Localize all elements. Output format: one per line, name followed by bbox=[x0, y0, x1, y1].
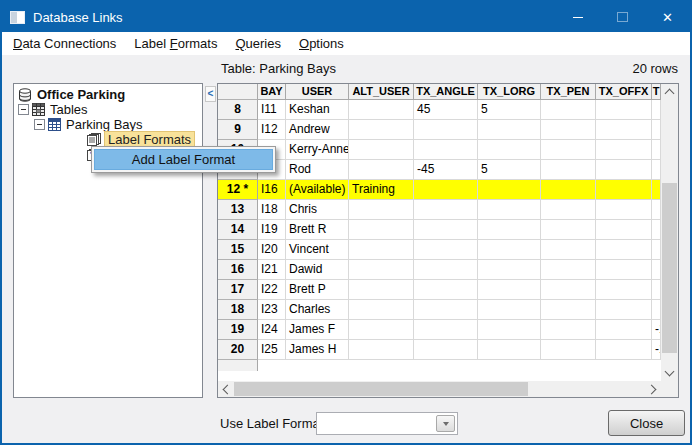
grid-cell[interactable]: James F bbox=[286, 320, 349, 340]
grid-cell[interactable] bbox=[349, 120, 414, 140]
grid-cell[interactable] bbox=[414, 120, 478, 140]
grid-cell[interactable] bbox=[349, 140, 414, 160]
grid-cell[interactable] bbox=[478, 140, 541, 160]
grid-cell[interactable]: I22 bbox=[258, 280, 286, 300]
grid-cell[interactable] bbox=[349, 200, 414, 220]
tree-node-tables[interactable]: Tables bbox=[18, 102, 88, 117]
grid-cell[interactable] bbox=[414, 220, 478, 240]
table-row[interactable]: 17I22Brett P bbox=[218, 280, 661, 300]
grid-cell[interactable]: 45 bbox=[414, 100, 478, 120]
grid-cell[interactable]: I11 bbox=[258, 100, 286, 120]
grid-cell[interactable]: 5 bbox=[478, 100, 541, 120]
grid-cell[interactable]: I24 bbox=[258, 320, 286, 340]
table-row[interactable]: 10Kerry-Anne bbox=[218, 140, 661, 160]
grid-cell[interactable]: Kerry-Anne bbox=[286, 140, 349, 160]
scroll-up-icon[interactable] bbox=[661, 84, 678, 100]
grid-cell[interactable]: Dawid bbox=[286, 260, 349, 280]
column-header[interactable]: TX_OFFX bbox=[596, 84, 652, 100]
grid-cell[interactable]: Training bbox=[349, 180, 414, 200]
table-row[interactable]: 15I20Vincent bbox=[218, 240, 661, 260]
grid-cell[interactable] bbox=[652, 240, 661, 260]
grid-cell[interactable]: 5 bbox=[478, 160, 541, 180]
grid-cell[interactable]: I18 bbox=[258, 200, 286, 220]
grid-cell[interactable] bbox=[541, 260, 596, 280]
close-button[interactable]: Close bbox=[608, 410, 685, 436]
column-header[interactable] bbox=[218, 84, 258, 100]
grid-cell[interactable] bbox=[596, 240, 652, 260]
grid-cell[interactable] bbox=[596, 340, 652, 360]
grid-cell[interactable] bbox=[541, 280, 596, 300]
grid-cell[interactable] bbox=[596, 140, 652, 160]
column-header[interactable]: TX_PEN bbox=[541, 84, 596, 100]
row-number[interactable]: 16 bbox=[218, 260, 258, 280]
minimize-button[interactable] bbox=[555, 2, 600, 32]
table-row[interactable]: 8I11Keshan455 bbox=[218, 100, 661, 120]
tree-collapse-button[interactable]: < bbox=[205, 86, 216, 102]
grid-cell[interactable] bbox=[596, 320, 652, 340]
table-row[interactable]: 14I19Brett R bbox=[218, 220, 661, 240]
grid-cell[interactable] bbox=[541, 160, 596, 180]
grid-cell[interactable]: -45 bbox=[414, 160, 478, 180]
table-row[interactable]: 16I21Dawid bbox=[218, 260, 661, 280]
grid-cell[interactable] bbox=[349, 280, 414, 300]
row-number[interactable]: 14 bbox=[218, 220, 258, 240]
grid-cell[interactable]: -1 bbox=[652, 340, 661, 360]
grid-cell[interactable] bbox=[414, 140, 478, 160]
row-number[interactable]: 8 bbox=[218, 100, 258, 120]
table-row[interactable]: 9I12Andrew bbox=[218, 120, 661, 140]
grid-cell[interactable]: Brett P bbox=[286, 280, 349, 300]
column-header[interactable]: USER bbox=[286, 84, 349, 100]
grid-cell[interactable] bbox=[652, 300, 661, 320]
grid-cell[interactable] bbox=[349, 220, 414, 240]
grid-cell[interactable] bbox=[414, 180, 478, 200]
table-row[interactable]: 11Rod-455 bbox=[218, 160, 661, 180]
grid-cell[interactable] bbox=[478, 280, 541, 300]
grid-cell[interactable] bbox=[596, 260, 652, 280]
tree-node-parking-bays[interactable]: Parking Bays bbox=[34, 117, 143, 132]
grid-cell[interactable]: I23 bbox=[258, 300, 286, 320]
horizontal-scroll-thumb[interactable] bbox=[234, 382, 528, 396]
grid-cell[interactable] bbox=[414, 300, 478, 320]
grid-cell[interactable]: I25 bbox=[258, 340, 286, 360]
grid-cell[interactable]: Rod bbox=[286, 160, 349, 180]
scroll-right-icon[interactable] bbox=[645, 381, 661, 397]
column-header[interactable]: T bbox=[652, 84, 661, 100]
grid-cell[interactable] bbox=[541, 300, 596, 320]
row-number[interactable]: 12 * bbox=[218, 180, 258, 200]
table-row[interactable]: 18I23Charles bbox=[218, 300, 661, 320]
grid-cell[interactable]: Vincent bbox=[286, 240, 349, 260]
table-row[interactable]: 19I24James F-1 bbox=[218, 320, 661, 340]
grid-cell[interactable] bbox=[349, 300, 414, 320]
scroll-down-icon[interactable] bbox=[661, 365, 678, 381]
grid-cell[interactable]: I19 bbox=[258, 220, 286, 240]
column-header[interactable]: TX_ANGLE bbox=[414, 84, 478, 100]
grid-cell[interactable]: Andrew bbox=[286, 120, 349, 140]
menu-queries[interactable]: Queries bbox=[226, 32, 290, 55]
grid-cell[interactable] bbox=[349, 340, 414, 360]
row-number[interactable]: 19 bbox=[218, 320, 258, 340]
scroll-left-icon[interactable] bbox=[218, 381, 234, 397]
grid-cell[interactable] bbox=[541, 340, 596, 360]
grid-cell[interactable] bbox=[349, 320, 414, 340]
tree-node-office-parking[interactable]: Office Parking bbox=[18, 87, 125, 102]
label-format-combobox[interactable] bbox=[316, 412, 458, 435]
grid-cell[interactable] bbox=[596, 120, 652, 140]
row-number[interactable]: 18 bbox=[218, 300, 258, 320]
grid-cell[interactable] bbox=[596, 160, 652, 180]
grid-cell[interactable] bbox=[541, 320, 596, 340]
grid-cell[interactable] bbox=[596, 180, 652, 200]
vertical-scrollbar[interactable] bbox=[661, 84, 678, 381]
grid-cell[interactable] bbox=[541, 140, 596, 160]
table-row[interactable]: 20I25James H-1 bbox=[218, 340, 661, 360]
grid-cell[interactable]: I12 bbox=[258, 120, 286, 140]
grid-cell[interactable] bbox=[541, 120, 596, 140]
grid-cell[interactable]: Chris bbox=[286, 200, 349, 220]
grid-cell[interactable]: Charles bbox=[286, 300, 349, 320]
menu-options[interactable]: Options bbox=[290, 32, 353, 55]
grid-cell[interactable]: Keshan bbox=[286, 100, 349, 120]
grid-cell[interactable] bbox=[478, 180, 541, 200]
grid-cell[interactable]: (Available) bbox=[286, 180, 349, 200]
row-number[interactable]: 9 bbox=[218, 120, 258, 140]
horizontal-scrollbar[interactable] bbox=[218, 381, 661, 397]
close-window-button[interactable]: ✕ bbox=[645, 2, 690, 32]
